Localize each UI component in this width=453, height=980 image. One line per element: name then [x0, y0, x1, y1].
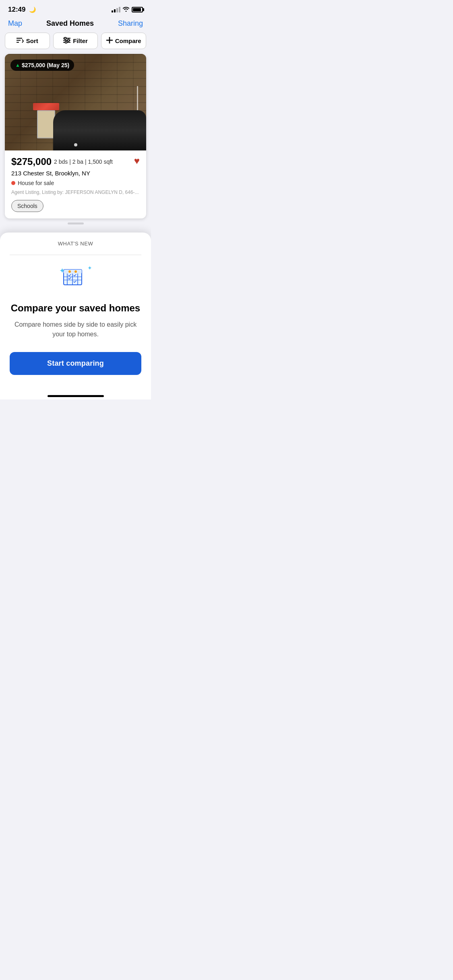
compare-icon-container: ✦ ✦: [10, 266, 141, 294]
filter-bar: Sort Filter Compare: [0, 33, 151, 54]
page-title: Saved Homes: [46, 19, 94, 28]
property-details: $275,000 2 bds | 2 ba | 1,500 sqft ♥ 213…: [5, 150, 146, 218]
scroll-pill: [68, 222, 84, 224]
favorite-heart-icon[interactable]: ♥: [134, 156, 140, 166]
schools-button[interactable]: Schools: [11, 200, 43, 212]
compare-label: Compare: [115, 37, 141, 44]
compare-feature-description: Compare homes side by side to easily pic…: [10, 320, 141, 339]
agent-info: Agent Listing, Listing by: JEFFERSON ANG…: [11, 189, 140, 195]
property-image: ▲ $275,000 (May 25): [5, 54, 146, 150]
map-nav-link[interactable]: Map: [8, 19, 22, 28]
compare-feature-icon: ✦ ✦: [62, 266, 90, 294]
svg-point-8: [65, 41, 67, 43]
compare-button[interactable]: Compare: [101, 33, 146, 49]
bottom-sheet: WHAT'S NEW ✦: [0, 233, 151, 391]
home-bar: [48, 395, 104, 397]
filter-label: Filter: [73, 37, 88, 44]
battery-icon: [132, 7, 143, 12]
nav-header: Map Saved Homes Sharing: [0, 16, 151, 33]
property-type-row: House for sale: [11, 180, 140, 186]
status-bar: 12:49 🌙: [0, 0, 151, 16]
property-specs: 2 bds | 2 ba | 1,500 sqft: [54, 159, 113, 165]
svg-point-13: [68, 270, 71, 273]
scroll-indicator: [0, 218, 151, 226]
sparkle-right-icon: ✦: [87, 265, 92, 271]
sparkle-left-icon: ✦: [59, 266, 65, 275]
sort-icon: [17, 37, 24, 45]
status-left: 12:49 🌙: [8, 6, 36, 14]
moon-icon: 🌙: [29, 6, 36, 13]
compare-icon: [106, 37, 113, 45]
start-comparing-button[interactable]: Start comparing: [10, 352, 141, 375]
property-address: 213 Chester St, Brooklyn, NY: [11, 170, 140, 177]
compare-feature-title: Compare your saved homes: [10, 303, 141, 314]
property-card[interactable]: ▲ $275,000 (May 25) $275,000 2 bds | 2 b…: [5, 54, 146, 218]
status-time: 12:49: [8, 6, 25, 13]
svg-point-7: [68, 39, 70, 41]
svg-rect-12: [64, 270, 82, 274]
price-badge: ▲ $275,000 (May 25): [10, 60, 74, 71]
property-type: House for sale: [18, 180, 54, 186]
property-price: $275,000: [11, 156, 52, 167]
whats-new-label: WHAT'S NEW: [10, 241, 141, 247]
property-price-row: $275,000 2 bds | 2 ba | 1,500 sqft ♥: [11, 156, 140, 167]
status-icons: [112, 6, 143, 13]
sharing-nav-link[interactable]: Sharing: [118, 19, 143, 28]
home-indicator: [0, 391, 151, 399]
image-dot-indicator: [74, 143, 77, 146]
sort-label: Sort: [26, 37, 38, 44]
divider: [10, 255, 141, 255]
svg-point-14: [74, 270, 77, 273]
price-specs-row: $275,000 2 bds | 2 ba | 1,500 sqft: [11, 156, 113, 167]
price-badge-text: $275,000 (May 25): [22, 62, 69, 68]
filter-icon: [63, 37, 70, 45]
sort-button[interactable]: Sort: [5, 33, 50, 49]
signal-bars-icon: [112, 7, 120, 12]
wifi-icon: [123, 6, 129, 13]
filter-button[interactable]: Filter: [53, 33, 98, 49]
price-arrow-icon: ▲: [15, 62, 20, 68]
svg-point-6: [64, 37, 66, 39]
type-indicator-dot: [11, 181, 15, 185]
